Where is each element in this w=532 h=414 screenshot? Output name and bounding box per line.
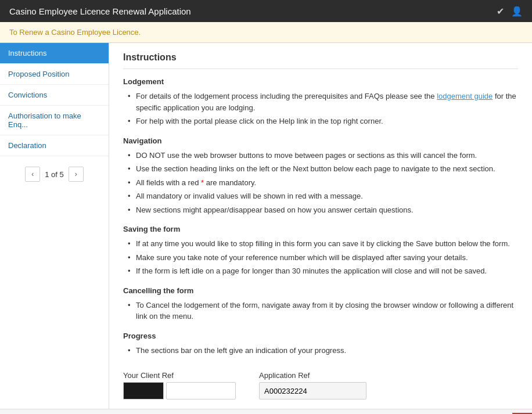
content-title: Instructions bbox=[123, 52, 518, 69]
list-item: The sections bar on the left give an ind… bbox=[128, 344, 518, 358]
app-ref-input[interactable] bbox=[259, 382, 366, 399]
list-item: To Cancel the lodgement of the form, nav… bbox=[128, 298, 518, 323]
section-heading-saving: Saving the form bbox=[123, 225, 518, 233]
saving-list: If at any time you would like to stop fi… bbox=[123, 237, 518, 278]
client-ref-input[interactable] bbox=[166, 382, 236, 399]
sidebar-item-proposed-position[interactable]: Proposed Position bbox=[0, 64, 109, 85]
pagination-prev-button[interactable]: ‹ bbox=[25, 167, 40, 182]
cancelling-list: To Cancel the lodgement of the form, nav… bbox=[123, 298, 518, 323]
app-header: Casino Employee Licence Renewal Applicat… bbox=[0, 0, 532, 22]
list-item: New sections might appear/disappear base… bbox=[128, 203, 518, 217]
nav-bar: ◄ Prev ► Next 13 bbox=[0, 409, 532, 414]
progress-list: The sections bar on the left give an ind… bbox=[123, 344, 518, 358]
sidebar: Instructions Proposed Position Convictio… bbox=[0, 43, 109, 409]
sidebar-item-authorisation[interactable]: Authorisation to make Enq... bbox=[0, 106, 109, 135]
list-item: For details of the lodgement process inc… bbox=[128, 89, 518, 114]
list-item: Use the section heading links on the lef… bbox=[128, 162, 518, 176]
list-item: If at any time you would like to stop fi… bbox=[128, 237, 518, 251]
section-heading-lodgement: Lodgement bbox=[123, 77, 518, 86]
sidebar-item-instructions[interactable]: Instructions bbox=[0, 43, 109, 64]
app-ref-label: Application Ref bbox=[259, 371, 366, 380]
app-title: Casino Employee Licence Renewal Applicat… bbox=[9, 6, 191, 16]
check-icon: ✔ bbox=[497, 6, 504, 17]
sidebar-item-convictions[interactable]: Convictions bbox=[0, 85, 109, 106]
header-actions: ✔ 👤 bbox=[497, 6, 523, 17]
list-item: If the form is left idle on a page for l… bbox=[128, 264, 518, 278]
list-item: All fields with a red * are mandatory. bbox=[128, 176, 518, 190]
sidebar-item-declaration[interactable]: Declaration bbox=[0, 135, 109, 156]
section-heading-progress: Progress bbox=[123, 332, 518, 340]
pagination-text: 1 of 5 bbox=[45, 170, 64, 179]
client-ref-black-box bbox=[123, 382, 164, 399]
navigation-list: DO NOT use the web browser buttons to mo… bbox=[123, 149, 518, 217]
user-icon: 👤 bbox=[511, 6, 523, 17]
sidebar-pagination: ‹ 1 of 5 › bbox=[0, 161, 109, 188]
lodgement-guide-link[interactable]: lodgement guide bbox=[437, 92, 493, 100]
mandatory-star: * bbox=[201, 178, 204, 187]
client-ref-container bbox=[123, 382, 236, 399]
content-area: Instructions Lodgement For details of th… bbox=[109, 43, 532, 409]
client-ref-group: Your Client Ref bbox=[123, 371, 236, 399]
form-fields-row: Your Client Ref Application Ref bbox=[123, 371, 518, 399]
notice-bar: To Renew a Casino Employee Licence. bbox=[0, 22, 532, 43]
list-item: For help with the portal please click on… bbox=[128, 114, 518, 128]
section-heading-navigation: Navigation bbox=[123, 136, 518, 145]
list-item: Make sure you take note of your referenc… bbox=[128, 251, 518, 265]
pagination-next-button[interactable]: › bbox=[69, 167, 84, 182]
list-item: DO NOT use the web browser buttons to mo… bbox=[128, 149, 518, 163]
main-layout: Instructions Proposed Position Convictio… bbox=[0, 43, 532, 409]
section-heading-cancelling: Cancelling the form bbox=[123, 286, 518, 295]
lodgement-list: For details of the lodgement process inc… bbox=[123, 89, 518, 128]
client-ref-label: Your Client Ref bbox=[123, 371, 236, 380]
app-ref-group: Application Ref bbox=[259, 371, 366, 399]
list-item: All mandatory or invalid values will be … bbox=[128, 189, 518, 203]
notice-text: To Renew a Casino Employee Licence. bbox=[9, 28, 141, 37]
